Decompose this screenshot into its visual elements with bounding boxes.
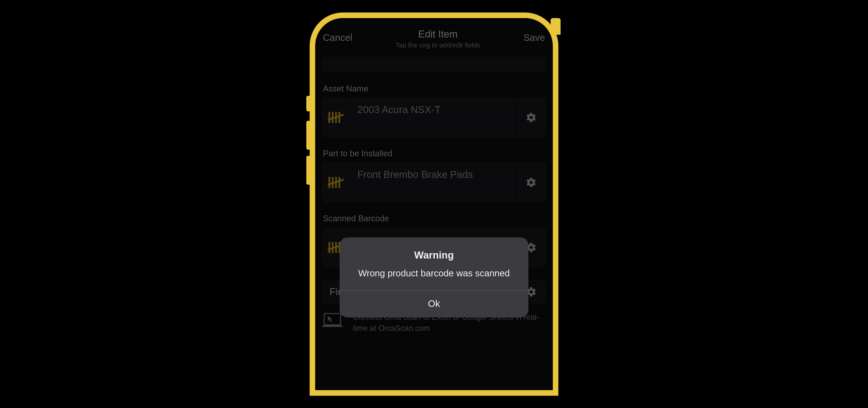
asset-name-field: 2003 Acura NSX-T [322,97,546,137]
page-title: Edit Item [395,28,480,40]
gear-icon [525,177,536,188]
power-button-physical [551,18,561,34]
volume-up-physical [306,121,310,150]
modal-ok-button[interactable]: Ok [340,291,528,317]
asset-name-input[interactable]: 2003 Acura NSX-T [349,97,515,137]
scan-button[interactable] [322,162,349,202]
previous-field-row[interactable] [322,57,546,72]
volume-down-physical [306,155,310,184]
cancel-button[interactable]: Cancel [323,32,352,49]
laptop-cursor-icon [322,313,343,327]
part-input[interactable]: Front Brembo Brake Pads [349,162,515,202]
field-settings-button[interactable] [515,97,546,137]
modal-title: Warning [351,250,517,261]
tally-icon [328,177,343,188]
navbar: Cancel Edit Item Tap the cog to add/edit… [315,18,553,52]
navbar-center: Edit Item Tap the cog to add/edit fields [395,28,480,49]
tally-icon [328,112,343,123]
svg-rect-1 [322,325,343,327]
phone-frame: Cancel Edit Item Tap the cog to add/edit… [310,12,558,396]
screen: Cancel Edit Item Tap the cog to add/edit… [315,18,553,390]
gear-icon [525,112,536,123]
field-label: Asset Name [323,84,545,93]
field-settings-button[interactable] [515,162,546,202]
page-subtitle: Tap the cog to add/edit fields [395,41,480,49]
scan-button[interactable] [322,97,349,137]
save-button[interactable]: Save [524,32,545,49]
modal-message: Wrong product barcode was scanned [351,267,517,279]
mute-switch-physical [306,96,310,111]
field-label: Scanned Barcode [323,213,545,223]
field-label: Part to be Installed [323,149,545,158]
warning-modal: Warning Wrong product barcode was scanne… [340,237,528,317]
svg-rect-0 [324,313,341,325]
part-field: Front Brembo Brake Pads [322,162,546,202]
